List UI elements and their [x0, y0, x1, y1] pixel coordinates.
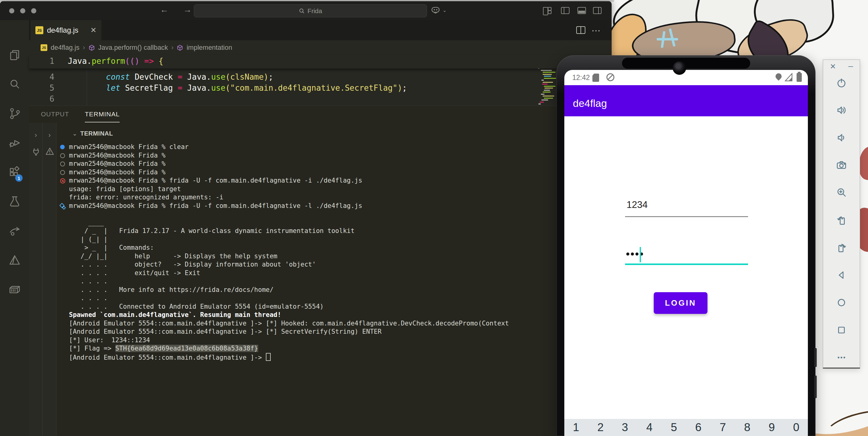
- keyboard-key[interactable]: 7: [720, 421, 726, 434]
- testing-beaker-icon[interactable]: [8, 195, 21, 208]
- command-center-search[interactable]: Frida: [194, 4, 427, 18]
- minimap-line: [535, 104, 559, 105]
- keyboard-key[interactable]: 0: [793, 421, 799, 434]
- minimap-line: [535, 74, 559, 75]
- terminal-line-spark-icon: [60, 204, 65, 208]
- keyboard-number-row: 1234567890: [564, 419, 808, 436]
- minimap-line: [535, 72, 559, 73]
- line-number: 1: [29, 55, 54, 67]
- terminal-line: . . . .: [69, 294, 612, 302]
- terminal-cursor: [266, 353, 271, 361]
- screenshot-camera-icon[interactable]: [836, 159, 847, 171]
- traffic-light-zoom[interactable]: [31, 8, 36, 13]
- container-extension-icon[interactable]: [8, 283, 21, 296]
- traffic-light-minimize[interactable]: [20, 8, 25, 13]
- toggle-panel-button[interactable]: [578, 7, 586, 14]
- panel-tab-output[interactable]: OUTPUT: [41, 111, 69, 118]
- status-bar: 12:42: [564, 70, 808, 85]
- terminal-line: [Android Emulator 5554::com.main.de4flag…: [69, 319, 612, 328]
- toggle-secondary-sidebar-button[interactable]: [593, 7, 601, 14]
- keyboard-key[interactable]: 6: [695, 421, 702, 434]
- terminal-section-header[interactable]: ⌄ TERMINAL: [72, 130, 113, 137]
- source-control-icon[interactable]: [8, 107, 21, 120]
- chevron-right-icon[interactable]: ›: [43, 131, 57, 139]
- rotate-right-icon[interactable]: [836, 242, 847, 254]
- ports-plug-icon[interactable]: [32, 147, 40, 156]
- terminal-line: ____: [69, 219, 612, 227]
- home-button-icon[interactable]: [836, 297, 847, 309]
- sticky-scroll-line: 1Java.perform(() => {: [29, 55, 612, 68]
- username-input[interactable]: 1234: [627, 199, 648, 210]
- terminal-line: . . . . More info at https://frida.re/do…: [69, 286, 612, 294]
- split-editor-button[interactable]: [576, 26, 585, 34]
- login-button[interactable]: LOGIN: [654, 292, 708, 314]
- customize-layout-button[interactable]: [543, 7, 552, 14]
- vscode-window: ← → Frida ⌄ JS de4flag.js ✕ ⋯ JS de4flag…: [0, 1, 612, 436]
- forward-arrow-icon[interactable]: →: [183, 5, 192, 14]
- chevron-right-icon[interactable]: ›: [29, 131, 43, 139]
- keyboard-key[interactable]: 5: [671, 421, 677, 434]
- overview-button-icon[interactable]: [836, 324, 847, 336]
- terminal-line: [*] User: 1234::1234: [69, 336, 612, 345]
- breadcrumb-file[interactable]: de4flag.js: [51, 43, 79, 52]
- tab-de4flag-js[interactable]: JS de4flag.js ✕: [31, 20, 101, 40]
- tab-close-icon[interactable]: ✕: [90, 26, 96, 34]
- live-share-icon[interactable]: [8, 224, 21, 237]
- toggle-primary-sidebar-button[interactable]: [561, 7, 569, 14]
- terminal-line: usage: frida [options] target: [69, 185, 612, 194]
- breadcrumb: JS de4flag.js › Java.perform() callback …: [29, 40, 612, 55]
- volume-up-icon[interactable]: [836, 105, 847, 116]
- password-dot: [631, 253, 634, 256]
- rail-column: [43, 123, 57, 436]
- terminal-line: > _ | Commands:: [69, 244, 612, 252]
- tab-label: de4flag.js: [47, 26, 79, 34]
- code-line: 6: [29, 93, 612, 105]
- breadcrumb-separator: ›: [171, 43, 173, 52]
- search-label: Frida: [308, 7, 322, 14]
- keyboard-key[interactable]: 1: [573, 421, 579, 434]
- minimap-line: [535, 99, 559, 100]
- minimize-icon[interactable]: –: [848, 61, 853, 71]
- traffic-light-close[interactable]: [9, 8, 14, 13]
- terminal-line: mrwan2546@macbook Frida % clear: [69, 143, 612, 151]
- breadcrumb-symbol-2[interactable]: implementation: [186, 43, 232, 52]
- extensions-badge: 1: [15, 174, 23, 182]
- close-icon[interactable]: ✕: [830, 62, 836, 71]
- terminal-panel[interactable]: ⌄ TERMINAL mrwan2546@macbook Frida % cle…: [57, 123, 612, 436]
- explorer-icon[interactable]: [8, 48, 21, 62]
- back-arrow-icon[interactable]: ←: [160, 5, 168, 14]
- terminal-section-label: TERMINAL: [80, 130, 113, 137]
- keyboard-key[interactable]: 8: [744, 421, 750, 434]
- minimap-line: [535, 95, 559, 96]
- terminal-line: mrwan2546@macbook Frida %: [69, 168, 612, 177]
- keyboard-key[interactable]: 2: [597, 421, 604, 434]
- keyboard-key[interactable]: 4: [646, 421, 653, 434]
- run-debug-icon[interactable]: [8, 136, 21, 150]
- rotate-left-icon[interactable]: [836, 214, 847, 226]
- volume-down-icon[interactable]: [836, 132, 847, 144]
- more-options-icon[interactable]: [836, 352, 847, 364]
- code-line: 4 const DevCheck = Java.use(clsName);: [29, 71, 612, 82]
- code-line: 5 let SecretFlag = Java.use("com.main.de…: [29, 82, 612, 93]
- copilot-menu[interactable]: ⌄: [431, 6, 446, 14]
- power-button-icon[interactable]: [836, 77, 847, 89]
- breadcrumb-symbol-1[interactable]: Java.perform() callback: [98, 43, 168, 52]
- terminal-line: [*] Flag => STH{6ea68d9d69ead13e0a08c6b0…: [69, 344, 612, 353]
- keyboard-key[interactable]: 9: [769, 421, 775, 434]
- warning-triangle-icon[interactable]: [45, 147, 54, 156]
- terminal-line: frida: error: unrecognized arguments: -i: [69, 193, 612, 202]
- back-button-icon[interactable]: [836, 269, 847, 281]
- code-editor[interactable]: 1Java.perform(() => { 4 const DevCheck =…: [29, 55, 612, 106]
- username-underline: [625, 216, 748, 217]
- terminal-line: mrwan2546@macbook Frida % frida -U -f co…: [69, 176, 612, 185]
- minimap-line: [535, 82, 559, 83]
- rail-column: [29, 123, 43, 436]
- zoom-icon[interactable]: [836, 187, 847, 199]
- keyboard-key[interactable]: 3: [622, 421, 628, 434]
- code-lines: 4 const DevCheck = Java.use(clsName);5 l…: [29, 71, 612, 105]
- pyramid-extension-icon[interactable]: [8, 254, 21, 267]
- editor-more-actions-button[interactable]: ⋯: [591, 25, 601, 36]
- search-icon[interactable]: [8, 78, 21, 91]
- minimap-line: [535, 86, 559, 87]
- panel-tab-terminal[interactable]: TERMINAL: [85, 111, 120, 122]
